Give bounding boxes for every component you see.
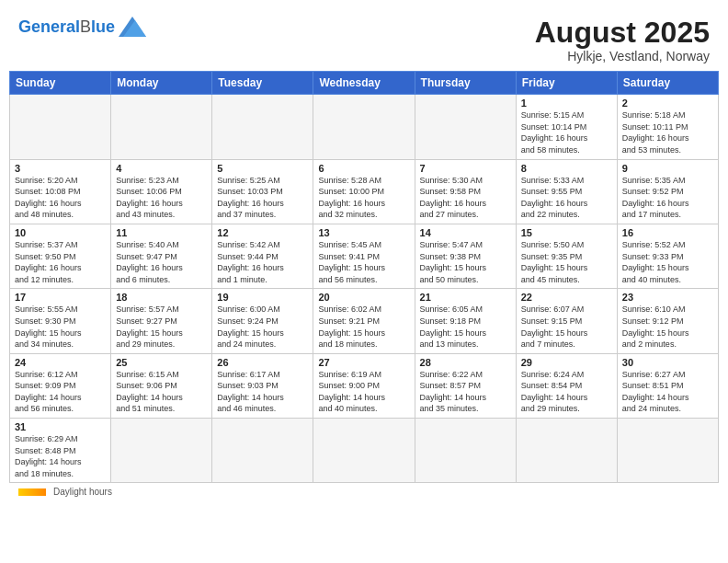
calendar-cell: 6Sunrise: 5:28 AM Sunset: 10:00 PM Dayli… <box>313 159 415 224</box>
calendar-cell: 20Sunrise: 6:02 AM Sunset: 9:21 PM Dayli… <box>313 289 415 353</box>
day-number: 1 <box>521 98 612 109</box>
calendar-cell: 10Sunrise: 5:37 AM Sunset: 9:50 PM Dayli… <box>10 224 111 288</box>
day-number: 18 <box>116 292 207 303</box>
calendar-cell: 21Sunrise: 6:05 AM Sunset: 9:18 PM Dayli… <box>415 289 516 353</box>
day-number: 7 <box>420 163 511 174</box>
day-info: Sunrise: 5:57 AM Sunset: 9:27 PM Dayligh… <box>116 304 207 350</box>
day-number: 12 <box>217 227 308 238</box>
day-number: 23 <box>622 292 713 303</box>
column-header-monday: Monday <box>111 72 212 95</box>
calendar-cell <box>111 95 212 159</box>
calendar-week-row: 24Sunrise: 6:12 AM Sunset: 9:09 PM Dayli… <box>10 353 719 418</box>
day-number: 5 <box>217 163 308 174</box>
calendar-week-row: 3Sunrise: 5:20 AM Sunset: 10:08 PM Dayli… <box>10 159 719 224</box>
logo: GeneralBlue <box>18 17 146 37</box>
calendar-week-row: 31Sunrise: 6:29 AM Sunset: 8:48 PM Dayli… <box>10 419 719 483</box>
title-area: August 2025 Hylkje, Vestland, Norway <box>535 17 710 63</box>
calendar-cell: 7Sunrise: 5:30 AM Sunset: 9:58 PM Daylig… <box>415 159 516 224</box>
page-header: GeneralBlue August 2025 Hylkje, Vestland… <box>9 9 719 67</box>
calendar-cell: 23Sunrise: 6:10 AM Sunset: 9:12 PM Dayli… <box>617 289 718 353</box>
calendar-cell: 4Sunrise: 5:23 AM Sunset: 10:06 PM Dayli… <box>111 159 212 224</box>
day-info: Sunrise: 5:47 AM Sunset: 9:38 PM Dayligh… <box>420 239 511 285</box>
calendar-cell: 13Sunrise: 5:45 AM Sunset: 9:41 PM Dayli… <box>313 224 415 288</box>
calendar-cell <box>415 419 516 483</box>
calendar-cell: 22Sunrise: 6:07 AM Sunset: 9:15 PM Dayli… <box>516 289 617 353</box>
day-info: Sunrise: 5:25 AM Sunset: 10:03 PM Daylig… <box>217 175 308 221</box>
day-number: 4 <box>116 163 207 174</box>
day-info: Sunrise: 6:15 AM Sunset: 9:06 PM Dayligh… <box>116 369 207 415</box>
daylight-bar-icon <box>18 488 46 496</box>
day-info: Sunrise: 5:35 AM Sunset: 9:52 PM Dayligh… <box>622 175 713 221</box>
calendar-cell <box>111 419 212 483</box>
day-info: Sunrise: 5:42 AM Sunset: 9:44 PM Dayligh… <box>217 239 308 285</box>
calendar-cell: 31Sunrise: 6:29 AM Sunset: 8:48 PM Dayli… <box>10 419 111 483</box>
day-info: Sunrise: 6:00 AM Sunset: 9:24 PM Dayligh… <box>217 304 308 350</box>
calendar-cell: 8Sunrise: 5:33 AM Sunset: 9:55 PM Daylig… <box>516 159 617 224</box>
day-number: 11 <box>116 227 207 238</box>
day-info: Sunrise: 6:29 AM Sunset: 8:48 PM Dayligh… <box>15 433 106 479</box>
day-number: 16 <box>622 227 713 238</box>
calendar-week-row: 1Sunrise: 5:15 AM Sunset: 10:14 PM Dayli… <box>10 95 719 159</box>
day-info: Sunrise: 5:37 AM Sunset: 9:50 PM Dayligh… <box>15 239 106 285</box>
day-info: Sunrise: 5:28 AM Sunset: 10:00 PM Daylig… <box>318 175 409 221</box>
logo-blue-text: B <box>80 17 91 36</box>
footer-label: Daylight hours <box>53 487 112 497</box>
calendar-cell: 9Sunrise: 5:35 AM Sunset: 9:52 PM Daylig… <box>617 159 718 224</box>
calendar-cell: 3Sunrise: 5:20 AM Sunset: 10:08 PM Dayli… <box>10 159 111 224</box>
day-info: Sunrise: 5:30 AM Sunset: 9:58 PM Dayligh… <box>420 175 511 221</box>
calendar-cell: 30Sunrise: 6:27 AM Sunset: 8:51 PM Dayli… <box>617 353 718 418</box>
column-header-wednesday: Wednesday <box>313 72 415 95</box>
day-number: 3 <box>15 163 106 174</box>
calendar-cell: 1Sunrise: 5:15 AM Sunset: 10:14 PM Dayli… <box>516 95 617 159</box>
column-header-saturday: Saturday <box>617 72 718 95</box>
month-title: August 2025 <box>535 17 710 49</box>
logo-general: General <box>18 17 80 36</box>
day-number: 25 <box>116 357 207 368</box>
calendar-week-row: 17Sunrise: 5:55 AM Sunset: 9:30 PM Dayli… <box>10 289 719 353</box>
column-header-friday: Friday <box>516 72 617 95</box>
calendar-cell <box>516 419 617 483</box>
day-number: 26 <box>217 357 308 368</box>
day-number: 13 <box>318 227 409 238</box>
logo-blue-part: lue <box>91 17 115 36</box>
day-number: 27 <box>318 357 409 368</box>
logo-text: GeneralBlue <box>18 17 115 37</box>
day-number: 30 <box>622 357 713 368</box>
calendar-cell: 24Sunrise: 6:12 AM Sunset: 9:09 PM Dayli… <box>10 353 111 418</box>
day-info: Sunrise: 5:18 AM Sunset: 10:11 PM Daylig… <box>622 109 713 155</box>
day-number: 28 <box>420 357 511 368</box>
day-number: 20 <box>318 292 409 303</box>
day-number: 19 <box>217 292 308 303</box>
day-number: 2 <box>622 98 713 109</box>
day-number: 24 <box>15 357 106 368</box>
calendar-cell <box>313 419 415 483</box>
location-title: Hylkje, Vestland, Norway <box>535 49 710 63</box>
calendar-cell: 12Sunrise: 5:42 AM Sunset: 9:44 PM Dayli… <box>212 224 313 288</box>
footer-note: Daylight hours <box>9 483 719 500</box>
day-number: 10 <box>15 227 106 238</box>
day-info: Sunrise: 5:23 AM Sunset: 10:06 PM Daylig… <box>116 175 207 221</box>
day-info: Sunrise: 5:33 AM Sunset: 9:55 PM Dayligh… <box>521 175 612 221</box>
day-info: Sunrise: 5:40 AM Sunset: 9:47 PM Dayligh… <box>116 239 207 285</box>
calendar-cell: 11Sunrise: 5:40 AM Sunset: 9:47 PM Dayli… <box>111 224 212 288</box>
calendar-cell: 5Sunrise: 5:25 AM Sunset: 10:03 PM Dayli… <box>212 159 313 224</box>
calendar-cell: 29Sunrise: 6:24 AM Sunset: 8:54 PM Dayli… <box>516 353 617 418</box>
day-number: 14 <box>420 227 511 238</box>
calendar-cell <box>212 95 313 159</box>
calendar-cell: 28Sunrise: 6:22 AM Sunset: 8:57 PM Dayli… <box>415 353 516 418</box>
calendar-cell <box>212 419 313 483</box>
day-info: Sunrise: 6:12 AM Sunset: 9:09 PM Dayligh… <box>15 369 106 415</box>
day-number: 15 <box>521 227 612 238</box>
calendar-cell: 18Sunrise: 5:57 AM Sunset: 9:27 PM Dayli… <box>111 289 212 353</box>
calendar-cell: 25Sunrise: 6:15 AM Sunset: 9:06 PM Dayli… <box>111 353 212 418</box>
day-info: Sunrise: 6:22 AM Sunset: 8:57 PM Dayligh… <box>420 369 511 415</box>
day-info: Sunrise: 6:19 AM Sunset: 9:00 PM Dayligh… <box>318 369 409 415</box>
day-info: Sunrise: 6:10 AM Sunset: 9:12 PM Dayligh… <box>622 304 713 350</box>
day-info: Sunrise: 6:07 AM Sunset: 9:15 PM Dayligh… <box>521 304 612 350</box>
calendar-cell: 15Sunrise: 5:50 AM Sunset: 9:35 PM Dayli… <box>516 224 617 288</box>
day-info: Sunrise: 5:15 AM Sunset: 10:14 PM Daylig… <box>521 109 612 155</box>
day-info: Sunrise: 6:05 AM Sunset: 9:18 PM Dayligh… <box>420 304 511 350</box>
logo-icon <box>119 17 146 37</box>
day-number: 22 <box>521 292 612 303</box>
column-header-tuesday: Tuesday <box>212 72 313 95</box>
